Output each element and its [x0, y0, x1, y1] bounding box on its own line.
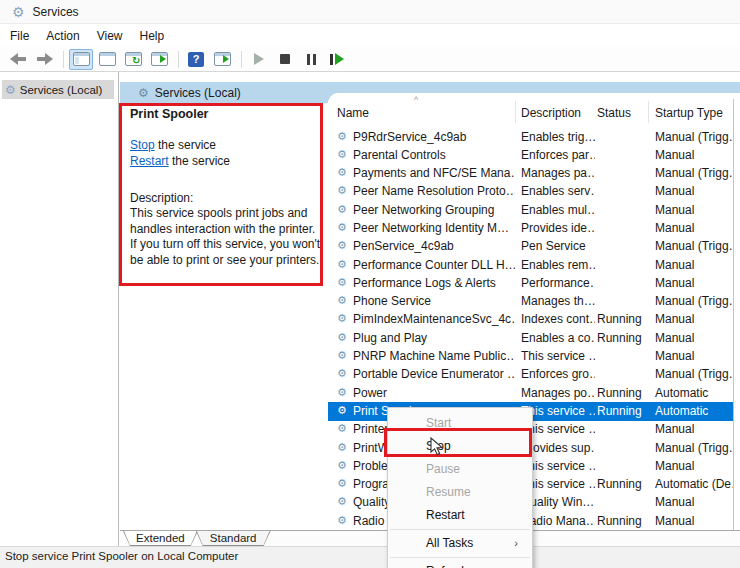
- context-menu: StartStopPauseResumeRestartAll Tasks›Ref…: [387, 407, 533, 568]
- column-header-startup[interactable]: Startup Type: [655, 106, 723, 120]
- service-description-cell: Manages pa…: [521, 166, 595, 180]
- service-description-cell: This service …: [521, 349, 595, 363]
- column-header-description[interactable]: Description: [521, 106, 581, 120]
- table-row[interactable]: ⚙Parental ControlsEnforces par…Manual: [328, 146, 733, 164]
- context-menu-item-refresh[interactable]: Refresh: [388, 560, 532, 568]
- pause-service-button[interactable]: [299, 49, 323, 70]
- service-name-cell: Plug and Play: [353, 331, 515, 345]
- toolbar-separator: [241, 51, 242, 68]
- service-gear-icon: ⚙: [337, 387, 347, 398]
- table-row[interactable]: ⚙Peer Networking Identity M…Provides ide…: [328, 219, 733, 237]
- action-pane-icon: [214, 52, 231, 66]
- column-header-status[interactable]: Status: [597, 106, 631, 120]
- toolbar-separator: [178, 51, 179, 68]
- toolbar: ↻ ?: [0, 47, 740, 72]
- sort-ascending-icon: ^: [414, 95, 418, 105]
- service-startup-cell: Manual: [655, 331, 733, 345]
- service-description: This service spools print jobs and handl…: [130, 206, 324, 268]
- back-icon: [10, 53, 27, 65]
- export-list-button[interactable]: [147, 49, 171, 70]
- stop-service-button[interactable]: [273, 49, 297, 70]
- context-menu-separator: [390, 557, 530, 558]
- menu-view[interactable]: View: [97, 26, 132, 46]
- context-menu-item-pause: Pause: [388, 458, 532, 481]
- tab-label: Extended: [123, 532, 198, 544]
- column-header-name[interactable]: Name: [337, 106, 369, 120]
- table-row[interactable]: ⚙Portable Device Enumerator …Enforces gr…: [328, 366, 733, 384]
- show-console-tree-button[interactable]: [69, 49, 93, 70]
- service-status-cell: Running: [597, 404, 653, 418]
- service-description-cell: Manages th…: [521, 294, 595, 308]
- table-row[interactable]: ⚙Payments and NFC/SE Mana…Manages pa…Man…: [328, 165, 733, 183]
- menu-help[interactable]: Help: [140, 26, 174, 46]
- service-startup-cell: Manual (Trigg…: [655, 441, 733, 455]
- service-gear-icon: ⚙: [337, 442, 347, 453]
- service-gear-icon: ⚙: [337, 222, 347, 233]
- service-action-links: Stop the service Restart the service: [130, 137, 230, 169]
- service-startup-cell: Manual: [655, 495, 733, 509]
- table-row[interactable]: ⚙Phone ServiceManages th…Manual (Trigg…: [328, 293, 733, 311]
- service-name-cell: Peer Networking Identity M…: [353, 221, 515, 235]
- stop-link-suffix: the service: [155, 138, 216, 152]
- service-gear-icon: ⚙: [337, 259, 347, 270]
- start-service-button[interactable]: [247, 49, 271, 70]
- menu-action[interactable]: Action: [46, 26, 88, 46]
- services-window: ⚙ Services FileActionViewHelp ↻ ? ⚙ Serv…: [0, 0, 740, 568]
- task-pane: Print Spooler Stop the service Restart t…: [120, 103, 328, 531]
- service-startup-cell: Manual (Trigg…: [655, 294, 733, 308]
- service-name-cell: Power: [353, 386, 515, 400]
- restart-service-icon: [330, 53, 344, 65]
- status-bar: Stop service Print Spooler on Local Comp…: [0, 546, 740, 568]
- stop-service-icon: [280, 54, 290, 64]
- context-menu-item-stop[interactable]: Stop: [388, 435, 532, 458]
- table-row[interactable]: ⚙Plug and PlayEnables a co…RunningManual: [328, 329, 733, 347]
- stop-service-link[interactable]: Stop: [130, 138, 155, 152]
- context-menu-item-resume: Resume: [388, 481, 532, 504]
- service-gear-icon: ⚙: [337, 149, 347, 160]
- service-name-cell: Peer Name Resolution Proto…: [353, 184, 515, 198]
- service-name-cell: Parental Controls: [353, 148, 515, 162]
- app-gear-icon: ⚙: [12, 5, 25, 19]
- context-menu-item-restart[interactable]: Restart: [388, 504, 532, 527]
- service-gear-icon: ⚙: [337, 167, 347, 178]
- service-description-cell: Indexes cont…: [521, 312, 595, 326]
- forward-button[interactable]: [32, 49, 56, 70]
- table-row[interactable]: ⚙PimIndexMaintenanceSvc_4c…Indexes cont……: [328, 311, 733, 329]
- service-startup-cell: Automatic: [655, 386, 733, 400]
- help-button[interactable]: ?: [184, 49, 208, 70]
- table-row[interactable]: ⚙PenService_4c9abPen ServiceManual (Trig…: [328, 238, 733, 256]
- restart-service-link[interactable]: Restart: [130, 154, 169, 168]
- service-gear-icon: ⚙: [337, 332, 347, 343]
- table-row[interactable]: ⚙PowerManages po…RunningAutomatic: [328, 384, 733, 402]
- table-row[interactable]: ⚙Peer Name Resolution Proto…Enables serv…: [328, 183, 733, 201]
- show-action-pane-button[interactable]: [210, 49, 234, 70]
- tree-item-services-local[interactable]: ⚙ Services (Local): [2, 80, 114, 99]
- menu-file[interactable]: File: [10, 26, 38, 46]
- back-button[interactable]: [6, 49, 30, 70]
- tree-item-label: Services (Local): [20, 84, 102, 96]
- service-status-cell: Running: [597, 331, 653, 345]
- service-gear-icon: ⚙: [337, 295, 347, 306]
- properties-icon: [99, 52, 116, 66]
- table-row[interactable]: ⚙P9RdrService_4c9abEnables trig…Manual (…: [328, 128, 733, 146]
- table-row[interactable]: ⚙Peer Networking GroupingEnables mul…Man…: [328, 201, 733, 219]
- table-row[interactable]: ⚙Performance Counter DLL H…Enables rem…M…: [328, 256, 733, 274]
- table-row[interactable]: ⚙PNRP Machine Name Public…This service ……: [328, 348, 733, 366]
- service-description-cell: Provides ide…: [521, 221, 595, 235]
- tab-extended[interactable]: Extended: [123, 531, 198, 546]
- properties-button[interactable]: [95, 49, 119, 70]
- tab-standard[interactable]: Standard: [196, 531, 271, 546]
- service-status-cell: Running: [597, 477, 653, 491]
- submenu-arrow-icon: ›: [514, 532, 518, 555]
- table-row[interactable]: ⚙Performance Logs & AlertsPerformance…Ma…: [328, 274, 733, 292]
- service-startup-cell: Manual: [655, 459, 733, 473]
- service-description-cell: Enables trig…: [521, 130, 595, 144]
- restart-service-button[interactable]: [325, 49, 349, 70]
- service-startup-cell: Manual: [655, 221, 733, 235]
- service-startup-cell: Automatic: [655, 404, 733, 418]
- context-menu-item-all-tasks[interactable]: All Tasks›: [388, 532, 532, 555]
- service-description-cell: Performance…: [521, 276, 595, 290]
- service-description-cell: Enforces par…: [521, 148, 595, 162]
- service-name-cell: PenService_4c9ab: [353, 239, 515, 253]
- refresh-button[interactable]: ↻: [121, 49, 145, 70]
